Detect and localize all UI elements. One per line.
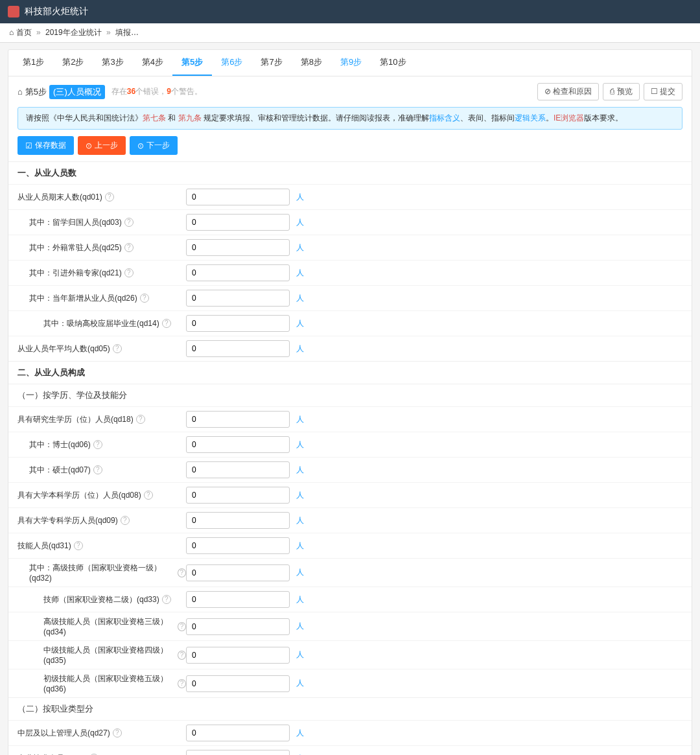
- field-row-qd27: 中层及以上管理人员(qd27)?人: [8, 720, 692, 745]
- tab-step-10[interactable]: 第10步: [371, 50, 415, 76]
- section-1-title: 一、从业人员数: [8, 161, 692, 184]
- field-label: 其中：外籍常驻人员(qd25)?: [18, 242, 186, 253]
- prev-button[interactable]: ⊙上一步: [78, 136, 126, 155]
- tab-step-9[interactable]: 第9步: [331, 50, 371, 76]
- unit-label: 人: [296, 540, 304, 552]
- input-qd35[interactable]: [186, 647, 290, 664]
- section-2b-title: （二）按职业类型分: [8, 697, 692, 720]
- help-icon[interactable]: ?: [124, 243, 134, 252]
- input-qd01[interactable]: [186, 189, 290, 205]
- input-qd31[interactable]: [186, 537, 290, 554]
- submit-button[interactable]: ☐ 提交: [644, 83, 682, 100]
- unit-label: 人: [296, 217, 304, 228]
- validation-info: 存在36个错误，9个警告。: [111, 86, 202, 97]
- input-qd09[interactable]: [186, 512, 290, 529]
- tab-step-3[interactable]: 第3步: [93, 50, 132, 76]
- input-qd36[interactable]: [186, 675, 290, 692]
- unit-label: 人: [296, 318, 304, 329]
- help-icon[interactable]: ?: [178, 651, 186, 660]
- input-qd05[interactable]: [186, 340, 290, 357]
- help-icon[interactable]: ?: [162, 595, 171, 604]
- help-icon[interactable]: ?: [136, 415, 145, 424]
- field-row-qd35: 中级技能人员（国家职业资格四级）(qd35)?人: [8, 640, 692, 669]
- help-icon[interactable]: ?: [124, 218, 134, 227]
- field-row-qd05: 从业人员年平均人数(qd05)?人: [8, 336, 692, 361]
- main-card: 第1步第2步第3步第4步第5步第6步第7步第8步第9步第10步 ⌂ 第5步 (三…: [8, 49, 692, 755]
- input-qd32[interactable]: [186, 564, 290, 581]
- field-row-qd03: 其中：留学归国人员(qd03)?人: [8, 209, 692, 235]
- tab-step-7[interactable]: 第7步: [251, 50, 291, 76]
- unit-label: 人: [296, 678, 304, 689]
- unit-label: 人: [296, 567, 304, 578]
- field-row-qd08: 具有大学本科学历（位）人员(qd08)?人: [8, 482, 692, 507]
- topbar: 科技部火炬统计: [0, 0, 700, 23]
- field-label: 其中：引进外籍专家(qd21)?: [18, 268, 186, 279]
- breadcrumb-year[interactable]: 2019年企业统计: [45, 28, 102, 37]
- separator: »: [106, 28, 111, 37]
- field-label: 具有研究生学历（位）人员(qd18)?: [18, 414, 186, 425]
- unit-label: 人: [296, 753, 304, 756]
- step-tabs: 第1步第2步第3步第4步第5步第6步第7步第8步第9步第10步: [8, 50, 692, 76]
- breadcrumb-current: 填报…: [115, 28, 139, 37]
- help-icon[interactable]: ?: [121, 516, 130, 525]
- help-icon[interactable]: ?: [124, 268, 134, 277]
- help-icon[interactable]: ?: [105, 192, 114, 202]
- field-row-qd26: 其中：当年新增从业人员(qd26)?人: [8, 285, 692, 310]
- help-icon[interactable]: ?: [178, 622, 186, 631]
- input-qd27[interactable]: [186, 725, 290, 741]
- input-qd07[interactable]: [186, 461, 290, 478]
- field-label: 中层及以上管理人员(qd27)?: [18, 728, 186, 739]
- action-buttons-top: ☑保存数据 ⊙上一步 ⊙下一步: [8, 136, 692, 161]
- field-row-qd18: 具有研究生学历（位）人员(qd18)?人: [8, 406, 692, 432]
- tab-step-5[interactable]: 第5步: [172, 50, 212, 76]
- preview-button[interactable]: ⎙ 预览: [603, 83, 639, 100]
- field-label: 技能人员(qd31)?: [18, 540, 186, 552]
- input-qd26[interactable]: [186, 290, 290, 307]
- field-row-qd21: 其中：引进外籍专家(qd21)?人: [8, 260, 692, 285]
- unit-label: 人: [296, 621, 304, 632]
- help-icon[interactable]: ?: [140, 294, 149, 303]
- breadcrumb-home[interactable]: 首页: [16, 28, 32, 37]
- field-label: 其中：留学归国人员(qd03)?: [18, 217, 186, 228]
- field-label: 其中：高级技师（国家职业资格一级）(qd32)?: [18, 563, 186, 583]
- field-row-qd09: 具有大学专科学历人员(qd09)?人: [8, 507, 692, 533]
- help-icon[interactable]: ?: [113, 344, 122, 353]
- input-qd08[interactable]: [186, 487, 290, 504]
- field-row-qd33: 技师（国家职业资格二级）(qd33)?人: [8, 587, 692, 612]
- unit-label: 人: [296, 728, 304, 739]
- help-icon[interactable]: ?: [93, 465, 102, 474]
- unit-label: 人: [296, 192, 304, 203]
- input-qd33[interactable]: [186, 591, 290, 608]
- input-qd25[interactable]: [186, 239, 290, 256]
- tab-step-1[interactable]: 第1步: [14, 50, 53, 76]
- help-icon[interactable]: ?: [113, 728, 122, 738]
- check-button[interactable]: ⊘ 检查和原因: [537, 83, 599, 100]
- tab-step-2[interactable]: 第2步: [53, 50, 93, 76]
- field-label: 其中：博士(qd06)?: [18, 439, 186, 450]
- tab-step-8[interactable]: 第8步: [292, 50, 331, 76]
- field-label: 具有大学专科学历人员(qd09)?: [18, 515, 186, 526]
- input-qd28[interactable]: [186, 750, 290, 755]
- input-qd06[interactable]: [186, 436, 290, 453]
- home-icon: ⌂: [9, 28, 14, 37]
- tab-step-6[interactable]: 第6步: [212, 50, 251, 76]
- field-row-qd32: 其中：高级技师（国家职业资格一级）(qd32)?人: [8, 558, 692, 587]
- input-qd21[interactable]: [186, 264, 290, 281]
- field-label: 中级技能人员（国家职业资格四级）(qd35)?: [18, 645, 186, 665]
- separator: »: [36, 28, 41, 37]
- input-qd14[interactable]: [186, 315, 290, 332]
- input-qd03[interactable]: [186, 214, 290, 231]
- next-button[interactable]: ⊙下一步: [130, 136, 178, 155]
- help-icon[interactable]: ?: [178, 679, 186, 688]
- field-row-qd28: 专业技术人员(qd28)?人: [8, 745, 692, 755]
- help-icon[interactable]: ?: [74, 541, 83, 550]
- input-qd34[interactable]: [186, 618, 290, 635]
- unit-label: 人: [296, 293, 304, 304]
- help-icon[interactable]: ?: [162, 319, 171, 328]
- save-button[interactable]: ☑保存数据: [18, 136, 74, 155]
- input-qd18[interactable]: [186, 411, 290, 428]
- help-icon[interactable]: ?: [93, 440, 102, 449]
- help-icon[interactable]: ?: [144, 491, 153, 500]
- help-icon[interactable]: ?: [178, 568, 186, 577]
- tab-step-4[interactable]: 第4步: [133, 50, 172, 76]
